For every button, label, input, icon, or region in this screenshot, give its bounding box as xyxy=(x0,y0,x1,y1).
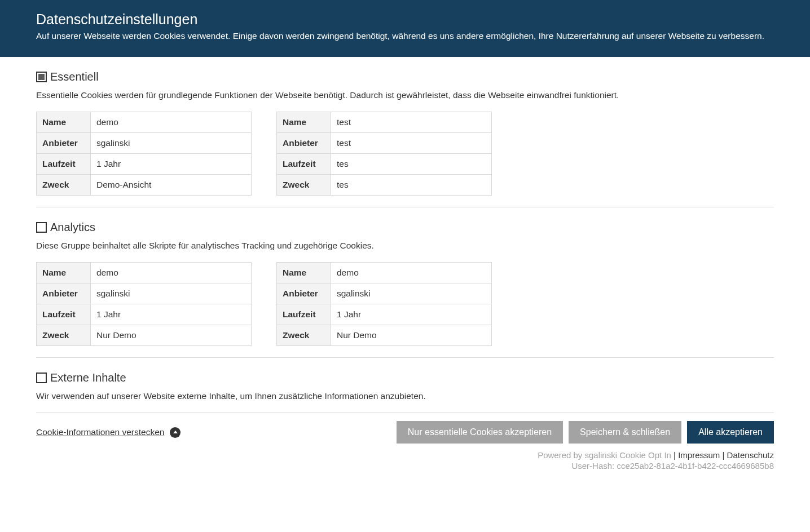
cookie-field-value-provider: sgalinski xyxy=(331,283,492,304)
accept-essential-button[interactable]: Nur essentielle Cookies akzeptieren xyxy=(397,421,563,444)
checkbox-external[interactable] xyxy=(36,373,47,383)
cookie-field-value-provider: sgalinski xyxy=(91,283,252,304)
table-row: Nametest xyxy=(277,112,492,133)
cookie-field-label-name: Name xyxy=(277,112,331,133)
table-row: ZweckNur Demo xyxy=(277,325,492,346)
section-external: Externe InhalteWir verwenden auf unserer… xyxy=(36,358,774,413)
footer-row: Cookie-Informationen verstecken Nur esse… xyxy=(36,413,774,446)
cookie-field-label-provider: Anbieter xyxy=(37,283,91,304)
table-row: Anbietersgalinski xyxy=(37,283,252,304)
table-row: Laufzeit1 Jahr xyxy=(37,304,252,325)
table-row: Laufzeit1 Jahr xyxy=(37,154,252,175)
section-title: Analytics xyxy=(50,221,95,234)
header-banner: Datenschutzeinstellungen Auf unserer Web… xyxy=(0,0,810,57)
cookie-field-value-purpose: Nur Demo xyxy=(91,325,252,346)
cookie-table: NamedemoAnbietersgalinskiLaufzeit1 JahrZ… xyxy=(276,262,492,346)
table-row: ZweckNur Demo xyxy=(37,325,252,346)
table-row: Anbietertest xyxy=(277,133,492,154)
cookie-field-label-name: Name xyxy=(37,263,91,283)
section-title: Essentiell xyxy=(50,70,99,83)
cookie-field-value-purpose: Nur Demo xyxy=(331,325,492,346)
accept-all-button[interactable]: Alle akzeptieren xyxy=(687,421,774,444)
cookie-field-label-purpose: Zweck xyxy=(37,325,91,346)
imprint-link[interactable]: Impressum xyxy=(678,450,720,460)
cookie-tables-row: NamedemoAnbietersgalinskiLaufzeit1 JahrZ… xyxy=(36,262,774,346)
cookie-field-value-provider: sgalinski xyxy=(91,133,252,154)
cookie-field-value-lifetime: 1 Jahr xyxy=(91,154,252,175)
section-description: Diese Gruppe beinhaltet alle Skripte für… xyxy=(36,241,774,251)
chevron-up-icon xyxy=(170,427,181,438)
cookie-field-label-purpose: Zweck xyxy=(277,175,331,196)
cookie-field-label-provider: Anbieter xyxy=(277,133,331,154)
cookie-field-label-lifetime: Laufzeit xyxy=(277,304,331,325)
cookie-field-label-purpose: Zweck xyxy=(277,325,331,346)
cookie-field-label-name: Name xyxy=(37,112,91,133)
cookie-field-label-lifetime: Laufzeit xyxy=(37,154,91,175)
table-row: Namedemo xyxy=(37,263,252,283)
table-row: Laufzeit1 Jahr xyxy=(277,304,492,325)
separator: | xyxy=(720,450,727,460)
section-essential: EssentiellEssentielle Cookies werden für… xyxy=(36,57,774,207)
privacy-link[interactable]: Datenschutz xyxy=(727,450,774,460)
user-hash-label: User-Hash: xyxy=(571,461,617,471)
hide-cookie-info-toggle[interactable]: Cookie-Informationen verstecken xyxy=(36,427,181,438)
table-row: Anbietersgalinski xyxy=(277,283,492,304)
user-hash-value: cce25ab2-81a2-4b1f-b422-ccc4669685b8 xyxy=(617,461,774,471)
table-row: Laufzeittes xyxy=(277,154,492,175)
cookie-field-value-name: demo xyxy=(91,263,252,283)
save-close-button[interactable]: Speichern & schließen xyxy=(569,421,681,444)
checkbox-essential[interactable] xyxy=(36,72,47,82)
cookie-field-label-lifetime: Laufzeit xyxy=(277,154,331,175)
separator: | xyxy=(673,450,678,460)
cookie-field-label-lifetime: Laufzeit xyxy=(37,304,91,325)
cookie-table: NamedemoAnbietersgalinskiLaufzeit1 JahrZ… xyxy=(36,262,252,346)
action-buttons: Nur essentielle Cookies akzeptieren Spei… xyxy=(397,421,774,444)
cookie-field-label-provider: Anbieter xyxy=(277,283,331,304)
powered-by-link[interactable]: Powered by sgalinski Cookie Opt In xyxy=(538,450,671,460)
table-row: ZweckDemo-Ansicht xyxy=(37,175,252,196)
cookie-field-value-purpose: Demo-Ansicht xyxy=(91,175,252,196)
section-description: Wir verwenden auf unserer Website extern… xyxy=(36,391,774,401)
table-row: Zwecktes xyxy=(277,175,492,196)
table-row: Namedemo xyxy=(37,112,252,133)
table-row: Anbietersgalinski xyxy=(37,133,252,154)
cookie-field-label-provider: Anbieter xyxy=(37,133,91,154)
hide-cookie-info-label: Cookie-Informationen verstecken xyxy=(36,427,164,437)
checkbox-analytics[interactable] xyxy=(36,222,47,233)
cookie-field-label-purpose: Zweck xyxy=(37,175,91,196)
section-description: Essentielle Cookies werden für grundlege… xyxy=(36,90,774,100)
table-row: Namedemo xyxy=(277,263,492,283)
section-header: Analytics xyxy=(36,221,774,234)
section-analytics: AnalyticsDiese Gruppe beinhaltet alle Sk… xyxy=(36,207,774,358)
cookie-table: NamedemoAnbietersgalinskiLaufzeit1 JahrZ… xyxy=(36,112,252,196)
cookie-tables-row: NamedemoAnbietersgalinskiLaufzeit1 JahrZ… xyxy=(36,112,774,196)
cookie-field-value-lifetime: 1 Jahr xyxy=(91,304,252,325)
section-header: Essentiell xyxy=(36,70,774,83)
cookie-field-value-lifetime: 1 Jahr xyxy=(331,304,492,325)
cookie-table: NametestAnbietertestLaufzeittesZwecktes xyxy=(276,112,492,196)
section-title: Externe Inhalte xyxy=(50,371,126,384)
section-header: Externe Inhalte xyxy=(36,371,774,384)
cookie-field-label-name: Name xyxy=(277,263,331,283)
page-title: Datenschutzeinstellungen xyxy=(36,11,774,28)
page-description: Auf unserer Webseite werden Cookies verw… xyxy=(36,31,774,41)
cookie-field-value-name: test xyxy=(331,112,492,133)
cookie-field-value-provider: test xyxy=(331,133,492,154)
cookie-field-value-purpose: tes xyxy=(331,175,492,196)
cookie-field-value-name: demo xyxy=(331,263,492,283)
cookie-field-value-name: demo xyxy=(91,112,252,133)
cookie-field-value-lifetime: tes xyxy=(331,154,492,175)
meta-footer: Powered by sgalinski Cookie Opt In | Imp… xyxy=(0,446,810,478)
